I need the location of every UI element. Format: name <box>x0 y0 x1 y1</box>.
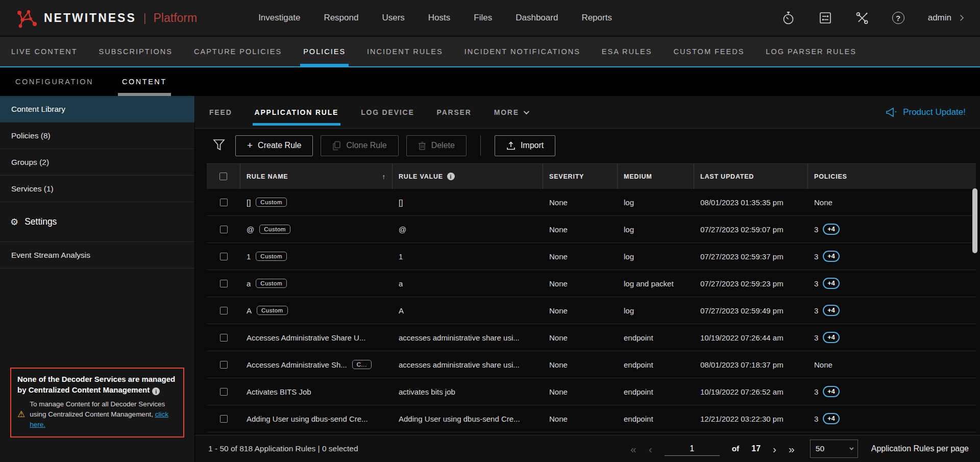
tab-more[interactable]: MORE <box>494 96 528 128</box>
table-row[interactable]: []Custom[]Nonelog08/01/2023 01:35:35 pmN… <box>207 189 976 216</box>
rule-value-text: Adding User using dbus-send Cre... <box>399 415 520 423</box>
topnav-item-reports[interactable]: Reports <box>581 13 612 23</box>
last-page-button[interactable]: » <box>789 444 795 454</box>
brand[interactable]: NETWITNESS | Platform <box>15 7 197 29</box>
row-checkbox[interactable] <box>220 415 228 423</box>
clone-rule-button[interactable]: Clone Rule <box>321 135 398 156</box>
column-header-rule-value[interactable]: RULE VALUE i <box>393 164 543 189</box>
gear-icon: ⚙ <box>10 217 18 227</box>
row-checkbox-cell <box>207 388 240 396</box>
tab-label: PARSER <box>437 108 472 116</box>
row-checkbox[interactable] <box>220 307 228 314</box>
user-menu[interactable]: admin <box>928 13 963 23</box>
table-row[interactable]: Accesses Administrative Share U...access… <box>207 324 976 351</box>
nav-tab-live-content[interactable]: LIVE CONTENT <box>11 37 78 66</box>
sidebar-item-settings[interactable]: ⚙ Settings <box>0 202 194 242</box>
tab-log-device[interactable]: LOG DEVICE <box>361 96 414 128</box>
pagination: « ‹ of 17 › » 50 Application Rules per p… <box>630 440 969 458</box>
sidebar-item-policies-8[interactable]: Policies (8) <box>0 123 194 149</box>
select-all-checkbox[interactable] <box>219 173 227 180</box>
policies-more-badge[interactable]: +4 <box>823 251 839 262</box>
tools-icon[interactable] <box>855 11 869 25</box>
tab-label: LOG DEVICE <box>361 108 414 116</box>
info-icon[interactable]: i <box>152 387 160 395</box>
nav-tab-log-parser-rules[interactable]: LOG PARSER RULES <box>766 37 856 66</box>
policies-more-badge[interactable]: +4 <box>823 278 839 289</box>
product-update-link[interactable]: Product Update! <box>885 107 966 118</box>
table-row[interactable]: 1Custom1Nonelog07/27/2023 02:59:37 pm3+4 <box>207 243 976 270</box>
info-icon[interactable]: i <box>447 173 455 180</box>
custom-badge: Custom <box>256 279 287 288</box>
row-checkbox[interactable] <box>220 388 228 396</box>
brand-separator: | <box>143 11 146 25</box>
tab-feed[interactable]: FEED <box>209 96 232 128</box>
topnav-item-investigate[interactable]: Investigate <box>258 13 300 23</box>
column-header-policies[interactable]: POLICIES <box>808 164 976 189</box>
row-checkbox[interactable] <box>220 226 228 233</box>
column-header-last-updated[interactable]: LAST UPDATED <box>694 164 808 189</box>
table-scrollbar[interactable] <box>972 188 977 253</box>
table-row[interactable]: ACustomANonelog07/27/2023 02:59:49 pm3+4 <box>207 297 976 324</box>
nav-tab-configuration[interactable]: CONFIGURATION <box>15 67 93 96</box>
severity-text: None <box>549 387 568 396</box>
nav-tab-subscriptions[interactable]: SUBSCRIPTIONS <box>99 37 173 66</box>
row-checkbox-cell <box>207 361 240 369</box>
nav-tab-policies[interactable]: POLICIES <box>303 37 346 66</box>
next-page-button[interactable]: › <box>773 444 776 454</box>
nav-tab-incident-rules[interactable]: INCIDENT RULES <box>367 37 443 66</box>
filter-icon[interactable] <box>212 138 226 153</box>
last-updated-text: 08/01/2023 07:18:37 pm <box>700 360 783 369</box>
stopwatch-icon[interactable] <box>782 11 795 25</box>
topnav-item-hosts[interactable]: Hosts <box>428 13 450 23</box>
jobs-panel-icon[interactable] <box>819 11 832 25</box>
custom-badge: C... <box>352 360 372 369</box>
row-checkbox[interactable] <box>220 280 228 287</box>
column-header-severity[interactable]: SEVERITY <box>543 164 618 189</box>
brand-product: Platform <box>154 11 198 25</box>
nav-tab-custom-feeds[interactable]: CUSTOM FEEDS <box>673 37 744 66</box>
nav-tab-esa-rules[interactable]: ESA RULES <box>602 37 652 66</box>
row-checkbox[interactable] <box>220 253 228 260</box>
table-row[interactable]: @Custom@Nonelog07/27/2023 02:59:07 pm3+4 <box>207 216 976 243</box>
help-icon[interactable]: ? <box>892 12 904 24</box>
create-rule-button[interactable]: + Create Rule <box>235 135 313 156</box>
cell-rule-value: 1 <box>393 252 543 261</box>
row-checkbox[interactable] <box>220 199 228 206</box>
topnav-item-dashboard[interactable]: Dashboard <box>516 13 558 23</box>
toolbar-divider <box>480 135 481 156</box>
rule-value-text: activates bits job <box>399 387 455 396</box>
tab-application-rule[interactable]: APPLICATION RULE <box>255 96 339 128</box>
policies-more-badge[interactable]: +4 <box>823 386 839 397</box>
column-header-rule-name[interactable]: RULE NAME ↑ <box>240 164 393 189</box>
topnav-item-respond[interactable]: Respond <box>324 13 358 23</box>
row-checkbox[interactable] <box>220 361 228 369</box>
policies-more-badge[interactable]: +4 <box>823 413 839 424</box>
row-checkbox[interactable] <box>220 334 228 342</box>
column-header-medium[interactable]: MEDIUM <box>618 164 694 189</box>
table-row[interactable]: aCustomaNonelog and packet07/27/2023 02:… <box>207 270 976 297</box>
policies-more-badge[interactable]: +4 <box>823 224 839 235</box>
sidebar-item-content-library[interactable]: Content Library <box>0 96 194 123</box>
page-number-input[interactable] <box>665 442 720 456</box>
toolbar: + Create Rule Clone Rule <box>195 129 980 162</box>
nav-tab-content[interactable]: CONTENT <box>122 67 167 96</box>
nav-tab-incident-notifications[interactable]: INCIDENT NOTIFICATIONS <box>464 37 580 66</box>
table-row[interactable]: Accesses Administrative Sh...C...accesse… <box>207 351 976 378</box>
topnav-item-files[interactable]: Files <box>474 13 492 23</box>
policies-more-badge[interactable]: +4 <box>823 332 839 343</box>
delete-button[interactable]: Delete <box>406 135 467 156</box>
sidebar-item-groups-2[interactable]: Groups (2) <box>0 149 194 176</box>
import-button[interactable]: Import <box>495 135 555 156</box>
nav-tab-capture-policies[interactable]: CAPTURE POLICIES <box>194 37 282 66</box>
tab-parser[interactable]: PARSER <box>437 96 472 128</box>
table-row[interactable]: Activates BITS Jobactivates bits jobNone… <box>207 378 976 405</box>
cell-rule-name: Accesses Administrative Sh...C... <box>240 360 393 369</box>
topnav-item-users[interactable]: Users <box>382 13 404 23</box>
first-page-button[interactable]: « <box>630 444 636 454</box>
previous-page-button[interactable]: ‹ <box>649 444 652 454</box>
sidebar-item-event-stream-analysis[interactable]: Event Stream Analysis <box>0 242 194 269</box>
sidebar-item-services-1[interactable]: Services (1) <box>0 176 194 202</box>
policies-more-badge[interactable]: +4 <box>823 305 839 316</box>
table-row[interactable]: Adding User using dbus-send Cre...Adding… <box>207 405 976 432</box>
page-size-dropdown[interactable]: 50 <box>810 440 858 458</box>
